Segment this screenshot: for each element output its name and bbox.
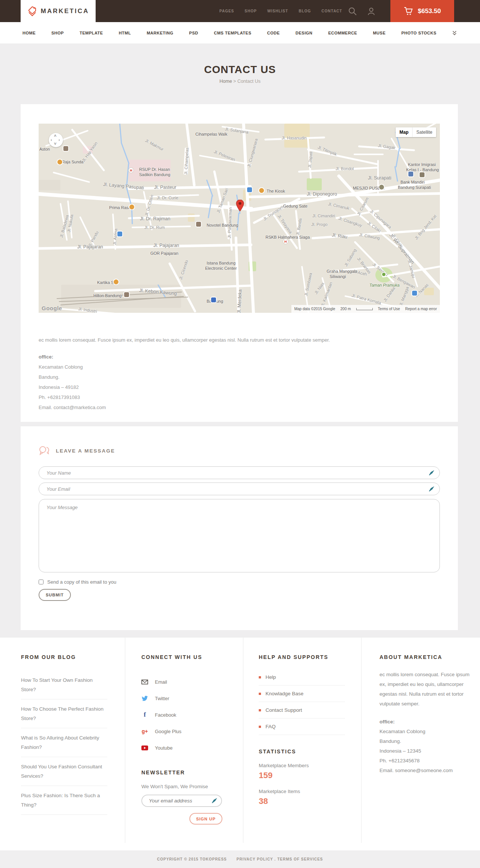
social-link-facebook[interactable]: f Facebook — [141, 707, 222, 723]
search-icon[interactable] — [348, 7, 357, 16]
category-nav-item[interactable]: TEMPLATE — [80, 31, 103, 35]
blog-post-link[interactable]: How To Choose The Perfect Fashion Store? — [21, 699, 107, 728]
map-label: Jl. Dr. Curie — [157, 196, 178, 200]
map-label: Jl. Pajajaran — [77, 244, 103, 249]
google-logo: Google — [42, 305, 62, 311]
stat-value: 159 — [259, 771, 345, 780]
category-nav-item[interactable]: ECOMMERCE — [328, 31, 357, 35]
cart-button[interactable]: $653.50 — [390, 0, 454, 22]
map-road — [121, 142, 130, 164]
newsletter-field — [141, 795, 222, 807]
map-label: Electronic Center — [205, 266, 237, 270]
category-nav-item[interactable]: CMS TEMPLATES — [214, 31, 251, 35]
map-terms-link[interactable]: Terms of Use — [378, 307, 400, 311]
email-input[interactable] — [39, 483, 440, 495]
map-poi-icon: H — [283, 239, 288, 244]
top-nav-item[interactable]: WISHLIST — [267, 9, 288, 13]
pen-icon — [429, 470, 435, 476]
pan-up-icon[interactable]: ˄ — [54, 133, 56, 138]
map-road — [128, 185, 252, 190]
help-link[interactable]: FAQ — [259, 719, 345, 735]
map-road — [307, 148, 378, 165]
map-poi-icon — [117, 232, 122, 236]
map-label: Sadikin Bandung — [139, 172, 170, 177]
category-nav-item[interactable]: PSD — [189, 31, 198, 35]
pan-left-icon[interactable]: ‹ — [51, 137, 52, 142]
map-label: RSKB Halmahera Siaga — [266, 235, 310, 239]
message-textarea[interactable] — [39, 499, 440, 572]
blog-post-list: How To Start Your Own Fashion Store?How … — [21, 671, 107, 815]
pan-down-icon[interactable]: ˅ — [54, 141, 56, 146]
map-type-map-button[interactable]: Map — [396, 127, 412, 137]
map-label: Jl. Bondol — [336, 166, 354, 171]
top-nav-item[interactable]: SHOP — [244, 9, 256, 13]
copyright-links[interactable]: PRIVACY POLICY . TERMS OF SERVICES — [237, 857, 323, 861]
map-label: Jl. Merdeka — [236, 289, 243, 313]
map-report-link[interactable]: Report a map error — [405, 307, 437, 311]
map-poi-icon — [63, 146, 68, 151]
map-road — [119, 124, 122, 143]
chevron-double-down-icon[interactable] — [452, 31, 457, 35]
chat-bubbles-icon — [39, 446, 50, 456]
map-poi-icon — [412, 291, 417, 296]
help-link[interactable]: Help — [259, 669, 345, 686]
name-input[interactable] — [39, 466, 440, 479]
blog-post-link[interactable]: What is So Alluring About Celebrity Fash… — [21, 728, 107, 757]
social-link-google-plus[interactable]: g+ Google Plus — [141, 723, 222, 740]
square-bullet-icon — [259, 709, 261, 711]
map-label: Bank Mandiri — [400, 180, 424, 184]
category-nav-item[interactable]: HTML — [119, 31, 131, 35]
newsletter-email-input[interactable] — [141, 795, 222, 807]
email-icon — [141, 680, 148, 684]
category-nav-item[interactable]: DESIGN — [296, 31, 312, 35]
google-map[interactable]: Cihampelas WalkJl. CihampelasJl. Pelesir… — [39, 124, 440, 313]
map-label: Jl. Mangga — [398, 286, 410, 306]
stat-label: Marketplace Items — [259, 789, 345, 794]
category-nav-item[interactable]: MARKETING — [147, 31, 173, 35]
category-nav-item[interactable]: CODE — [267, 31, 280, 35]
cart-total: $653.50 — [418, 7, 441, 15]
map-label: Gedung Sate — [283, 204, 308, 208]
user-icon[interactable] — [367, 7, 376, 16]
map-marker-icon[interactable] — [236, 200, 244, 212]
office-address-line: Email. contact@marketica.com — [39, 402, 440, 412]
blog-post-link[interactable]: Plus Size Fashion: Is There Such a Thing… — [21, 786, 107, 815]
map-label: Jl. Nias — [314, 281, 325, 295]
brand-logo[interactable]: MARKETICA — [21, 0, 96, 22]
pan-right-icon[interactable]: › — [58, 137, 60, 142]
top-nav-item[interactable]: CONTACT — [321, 9, 342, 13]
map-poi-icon — [379, 185, 384, 190]
send-copy-checkbox[interactable] — [39, 580, 44, 584]
map-label: Jl. Cimanuk — [328, 202, 350, 211]
about-heading: ABOUT MARKETICA — [380, 654, 474, 660]
breadcrumb-current: Contact Us — [237, 79, 261, 84]
map-road — [394, 166, 398, 182]
category-nav-item[interactable]: SHOP — [51, 31, 64, 35]
help-link[interactable]: Knowladge Base — [259, 686, 345, 702]
social-link-youtube[interactable]: Youtube — [141, 740, 222, 756]
map-label: Jl. Surapati — [368, 175, 392, 181]
page: MARKETICA PAGESSHOPWISHLISTBLOGCONTACT $… — [0, 0, 480, 868]
breadcrumb-home[interactable]: Home — [219, 79, 232, 84]
category-nav-item[interactable]: PHOTO STOCKS — [401, 31, 436, 35]
submit-button[interactable]: SUBMIT — [39, 589, 71, 601]
blog-post-link[interactable]: Should You Use Fashion Consultant Servic… — [21, 757, 107, 786]
top-nav-item[interactable]: PAGES — [219, 9, 234, 13]
signup-button[interactable]: SIGN UP — [189, 813, 222, 825]
help-link[interactable]: Contact Support — [259, 702, 345, 719]
map-label: Jl. Pajajaran — [153, 243, 179, 248]
contact-card: Cihampelas WalkJl. CihampelasJl. Pelesir… — [21, 104, 458, 422]
social-link-twitter[interactable]: Twitter — [141, 690, 222, 707]
cart-icon — [404, 7, 413, 16]
youtube-icon — [141, 745, 148, 750]
blog-post-link[interactable]: How To Start Your Own Fashion Store? — [21, 671, 107, 699]
category-nav-item[interactable]: MUSE — [373, 31, 386, 35]
footer-blog-column: FROM OUR BLOG How To Start Your Own Fash… — [21, 654, 107, 815]
category-nav-item[interactable]: HOME — [22, 31, 36, 35]
top-nav-item[interactable]: BLOG — [298, 9, 311, 13]
social-link-email[interactable]: Email — [141, 674, 222, 690]
map-label: Jl. Riau — [332, 232, 348, 240]
newsletter-tagline: We Won't Spam, We Promise — [141, 784, 222, 789]
map-type-satellite-button[interactable]: Satellite — [412, 127, 436, 137]
map-pan-control[interactable]: ˄ ˅ ‹ › — [49, 133, 63, 147]
